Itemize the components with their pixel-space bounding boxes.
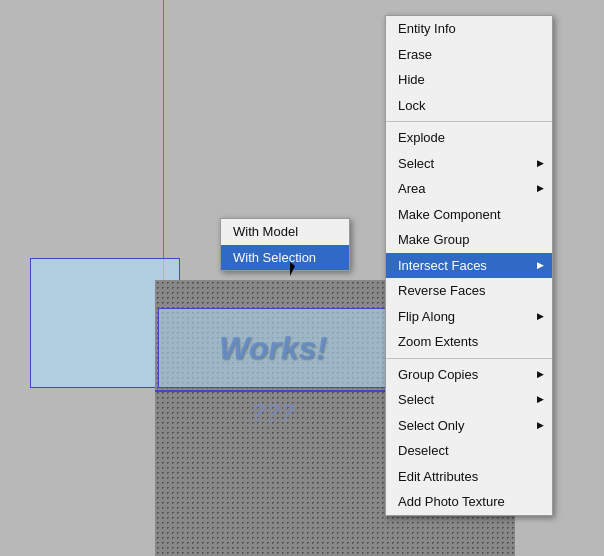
menu-label-group-copies: Group Copies (398, 365, 478, 385)
submenu-label-with-model: With Model (233, 222, 298, 242)
menu-label-add-photo-texture: Add Photo Texture (398, 492, 505, 512)
menu-item-add-photo-texture[interactable]: Add Photo Texture (386, 489, 552, 515)
menu-item-hide[interactable]: Hide (386, 67, 552, 93)
menu-label-make-group: Make Group (398, 230, 470, 250)
menu-item-make-group[interactable]: Make Group (386, 227, 552, 253)
area-arrow: ▶ (537, 182, 544, 196)
menu-label-area: Area (398, 179, 425, 199)
menu-item-make-component[interactable]: Make Component (386, 202, 552, 228)
menu-item-select-bottom[interactable]: Select ▶ (386, 387, 552, 413)
menu-item-select-top[interactable]: Select ▶ (386, 151, 552, 177)
menu-item-flip-along[interactable]: Flip Along ▶ (386, 304, 552, 330)
menu-label-hide: Hide (398, 70, 425, 90)
menu-item-deselect[interactable]: Deselect (386, 438, 552, 464)
menu-item-explode[interactable]: Explode (386, 125, 552, 151)
menu-label-zoom-extents: Zoom Extents (398, 332, 478, 352)
select-top-arrow: ▶ (537, 157, 544, 171)
menu-label-select-bottom: Select (398, 390, 434, 410)
menu-label-explode: Explode (398, 128, 445, 148)
menu-item-intersect-faces[interactable]: Intersect Faces ▶ (386, 253, 552, 279)
group-copies-arrow: ▶ (537, 368, 544, 382)
menu-label-reverse-faces: Reverse Faces (398, 281, 485, 301)
intersect-faces-submenu: With Model With Selection (220, 218, 350, 271)
menu-item-reverse-faces[interactable]: Reverse Faces (386, 278, 552, 304)
flip-along-arrow: ▶ (537, 310, 544, 324)
menu-label-erase: Erase (398, 45, 432, 65)
menu-label-entity-info: Entity Info (398, 19, 456, 39)
menu-item-entity-info[interactable]: Entity Info (386, 16, 552, 42)
menu-label-deselect: Deselect (398, 441, 449, 461)
menu-item-lock[interactable]: Lock (386, 93, 552, 119)
context-menu: Entity Info Erase Hide Lock Explode Sele… (385, 15, 553, 516)
works-label: Works! (219, 330, 327, 367)
select-bottom-arrow: ▶ (537, 393, 544, 407)
menu-item-select-only[interactable]: Select Only ▶ (386, 413, 552, 439)
intersect-faces-arrow: ▶ (537, 259, 544, 273)
menu-label-select-only: Select Only (398, 416, 464, 436)
select-only-arrow: ▶ (537, 419, 544, 433)
menu-label-intersect-faces: Intersect Faces (398, 256, 487, 276)
separator-1 (386, 121, 552, 122)
menu-label-select-top: Select (398, 154, 434, 174)
works-text-area: Works! (158, 308, 388, 388)
menu-item-group-copies[interactable]: Group Copies ▶ (386, 362, 552, 388)
separator-2 (386, 358, 552, 359)
submenu-item-with-selection[interactable]: With Selection (221, 245, 349, 271)
menu-label-edit-attributes: Edit Attributes (398, 467, 478, 487)
menu-item-erase[interactable]: Erase (386, 42, 552, 68)
menu-label-flip-along: Flip Along (398, 307, 455, 327)
menu-item-edit-attributes[interactable]: Edit Attributes (386, 464, 552, 490)
submenu-label-with-selection: With Selection (233, 248, 316, 268)
question-text-area: ??? (158, 393, 388, 433)
menu-item-zoom-extents[interactable]: Zoom Extents (386, 329, 552, 355)
horizontal-line (155, 390, 390, 392)
menu-label-lock: Lock (398, 96, 425, 116)
question-label: ??? (251, 399, 295, 427)
submenu-item-with-model[interactable]: With Model (221, 219, 349, 245)
menu-item-area[interactable]: Area ▶ (386, 176, 552, 202)
menu-label-make-component: Make Component (398, 205, 501, 225)
